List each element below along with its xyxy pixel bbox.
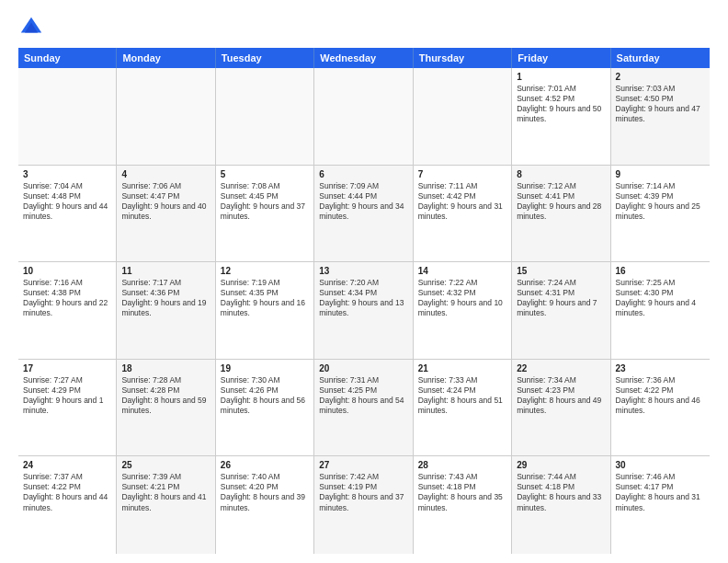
day-info-10: Sunrise: 7:16 AM Sunset: 4:38 PM Dayligh… (23, 278, 111, 318)
col-header-tuesday: Tuesday (216, 48, 314, 68)
day-number-13: 13 (319, 266, 407, 276)
day-info-27: Sunrise: 7:42 AM Sunset: 4:19 PM Dayligh… (319, 472, 407, 512)
day-info-13: Sunrise: 7:20 AM Sunset: 4:34 PM Dayligh… (319, 278, 407, 318)
day-cell-14: 14Sunrise: 7:22 AM Sunset: 4:32 PM Dayli… (414, 262, 512, 359)
day-info-22: Sunrise: 7:34 AM Sunset: 4:23 PM Dayligh… (517, 375, 605, 416)
day-cell-1: 1Sunrise: 7:01 AM Sunset: 4:52 PM Daylig… (512, 68, 610, 165)
day-info-3: Sunrise: 7:04 AM Sunset: 4:48 PM Dayligh… (23, 181, 111, 222)
day-cell-10: 10Sunrise: 7:16 AM Sunset: 4:38 PM Dayli… (18, 262, 117, 359)
calendar-header: SundayMondayTuesdayWednesdayThursdayFrid… (18, 48, 710, 68)
day-info-18: Sunrise: 7:28 AM Sunset: 4:28 PM Dayligh… (121, 375, 210, 416)
day-info-29: Sunrise: 7:44 AM Sunset: 4:18 PM Dayligh… (517, 472, 605, 512)
day-number-2: 2 (616, 72, 705, 82)
day-info-6: Sunrise: 7:09 AM Sunset: 4:44 PM Dayligh… (319, 181, 407, 222)
day-number-9: 9 (616, 169, 705, 179)
day-cell-17: 17Sunrise: 7:27 AM Sunset: 4:29 PM Dayli… (18, 360, 117, 456)
day-cell-21: 21Sunrise: 7:33 AM Sunset: 4:24 PM Dayli… (414, 360, 512, 456)
day-info-20: Sunrise: 7:31 AM Sunset: 4:25 PM Dayligh… (319, 375, 407, 416)
day-cell-29: 29Sunrise: 7:44 AM Sunset: 4:18 PM Dayli… (512, 456, 610, 554)
day-number-7: 7 (418, 169, 506, 179)
day-cell-4: 4Sunrise: 7:06 AM Sunset: 4:47 PM Daylig… (117, 166, 215, 262)
day-number-29: 29 (517, 460, 605, 470)
day-info-24: Sunrise: 7:37 AM Sunset: 4:22 PM Dayligh… (23, 472, 111, 512)
day-number-26: 26 (221, 460, 309, 470)
day-cell-13: 13Sunrise: 7:20 AM Sunset: 4:34 PM Dayli… (314, 262, 413, 359)
day-number-6: 6 (319, 169, 407, 179)
day-cell-2: 2Sunrise: 7:03 AM Sunset: 4:50 PM Daylig… (611, 68, 710, 165)
week-row-2: 3Sunrise: 7:04 AM Sunset: 4:48 PM Daylig… (18, 166, 710, 263)
day-info-23: Sunrise: 7:36 AM Sunset: 4:22 PM Dayligh… (616, 375, 705, 416)
day-cell-23: 23Sunrise: 7:36 AM Sunset: 4:22 PM Dayli… (611, 360, 710, 456)
day-number-21: 21 (418, 363, 506, 373)
day-info-14: Sunrise: 7:22 AM Sunset: 4:32 PM Dayligh… (418, 278, 506, 318)
logo-icon (18, 15, 44, 40)
day-cell-9: 9Sunrise: 7:14 AM Sunset: 4:39 PM Daylig… (611, 166, 710, 262)
col-header-sunday: Sunday (18, 48, 117, 68)
day-cell-19: 19Sunrise: 7:30 AM Sunset: 4:26 PM Dayli… (216, 360, 314, 456)
day-number-14: 14 (418, 266, 506, 276)
day-cell-8: 8Sunrise: 7:12 AM Sunset: 4:41 PM Daylig… (512, 166, 610, 262)
day-cell-5: 5Sunrise: 7:08 AM Sunset: 4:45 PM Daylig… (216, 166, 314, 262)
col-header-friday: Friday (512, 48, 610, 68)
day-info-2: Sunrise: 7:03 AM Sunset: 4:50 PM Dayligh… (616, 84, 705, 124)
week-row-3: 10Sunrise: 7:16 AM Sunset: 4:38 PM Dayli… (18, 262, 710, 360)
day-number-18: 18 (121, 363, 210, 373)
day-info-5: Sunrise: 7:08 AM Sunset: 4:45 PM Dayligh… (221, 181, 309, 222)
day-number-17: 17 (23, 363, 111, 373)
empty-cell-0-4 (414, 68, 512, 165)
day-cell-3: 3Sunrise: 7:04 AM Sunset: 4:48 PM Daylig… (18, 166, 117, 262)
day-cell-27: 27Sunrise: 7:42 AM Sunset: 4:19 PM Dayli… (314, 456, 413, 554)
day-number-4: 4 (121, 169, 210, 179)
day-info-21: Sunrise: 7:33 AM Sunset: 4:24 PM Dayligh… (418, 375, 506, 416)
col-header-wednesday: Wednesday (314, 48, 413, 68)
col-header-thursday: Thursday (414, 48, 512, 68)
day-number-12: 12 (221, 266, 309, 276)
day-number-10: 10 (23, 266, 111, 276)
day-info-26: Sunrise: 7:40 AM Sunset: 4:20 PM Dayligh… (221, 472, 309, 512)
day-cell-22: 22Sunrise: 7:34 AM Sunset: 4:23 PM Dayli… (512, 360, 610, 456)
day-info-30: Sunrise: 7:46 AM Sunset: 4:17 PM Dayligh… (616, 472, 705, 512)
day-info-1: Sunrise: 7:01 AM Sunset: 4:52 PM Dayligh… (517, 84, 605, 124)
empty-cell-0-3 (314, 68, 413, 165)
day-cell-28: 28Sunrise: 7:43 AM Sunset: 4:18 PM Dayli… (414, 456, 512, 554)
day-number-20: 20 (319, 363, 407, 373)
day-cell-18: 18Sunrise: 7:28 AM Sunset: 4:28 PM Dayli… (117, 360, 215, 456)
day-number-3: 3 (23, 169, 111, 179)
day-number-22: 22 (517, 363, 605, 373)
week-row-5: 24Sunrise: 7:37 AM Sunset: 4:22 PM Dayli… (18, 456, 710, 554)
day-info-8: Sunrise: 7:12 AM Sunset: 4:41 PM Dayligh… (517, 181, 605, 222)
day-info-4: Sunrise: 7:06 AM Sunset: 4:47 PM Dayligh… (121, 181, 210, 222)
day-number-8: 8 (517, 169, 605, 179)
day-number-16: 16 (616, 266, 705, 276)
day-number-23: 23 (616, 363, 705, 373)
day-number-15: 15 (517, 266, 605, 276)
day-info-25: Sunrise: 7:39 AM Sunset: 4:21 PM Dayligh… (121, 472, 210, 512)
day-cell-24: 24Sunrise: 7:37 AM Sunset: 4:22 PM Dayli… (18, 456, 117, 554)
day-cell-20: 20Sunrise: 7:31 AM Sunset: 4:25 PM Dayli… (314, 360, 413, 456)
day-number-5: 5 (221, 169, 309, 179)
day-number-30: 30 (616, 460, 705, 470)
day-info-9: Sunrise: 7:14 AM Sunset: 4:39 PM Dayligh… (616, 181, 705, 222)
week-row-4: 17Sunrise: 7:27 AM Sunset: 4:29 PM Dayli… (18, 360, 710, 457)
calendar: SundayMondayTuesdayWednesdayThursdayFrid… (18, 48, 710, 554)
day-info-16: Sunrise: 7:25 AM Sunset: 4:30 PM Dayligh… (616, 278, 705, 318)
empty-cell-0-1 (117, 68, 215, 165)
day-cell-11: 11Sunrise: 7:17 AM Sunset: 4:36 PM Dayli… (117, 262, 215, 359)
day-number-19: 19 (221, 363, 309, 373)
day-info-7: Sunrise: 7:11 AM Sunset: 4:42 PM Dayligh… (418, 181, 506, 222)
col-header-monday: Monday (117, 48, 215, 68)
day-info-19: Sunrise: 7:30 AM Sunset: 4:26 PM Dayligh… (221, 375, 309, 416)
day-cell-15: 15Sunrise: 7:24 AM Sunset: 4:31 PM Dayli… (512, 262, 610, 359)
day-number-27: 27 (319, 460, 407, 470)
day-cell-7: 7Sunrise: 7:11 AM Sunset: 4:42 PM Daylig… (414, 166, 512, 262)
day-info-12: Sunrise: 7:19 AM Sunset: 4:35 PM Dayligh… (221, 278, 309, 318)
day-cell-6: 6Sunrise: 7:09 AM Sunset: 4:44 PM Daylig… (314, 166, 413, 262)
day-info-17: Sunrise: 7:27 AM Sunset: 4:29 PM Dayligh… (23, 375, 111, 416)
day-cell-12: 12Sunrise: 7:19 AM Sunset: 4:35 PM Dayli… (216, 262, 314, 359)
day-info-15: Sunrise: 7:24 AM Sunset: 4:31 PM Dayligh… (517, 278, 605, 318)
col-header-saturday: Saturday (611, 48, 710, 68)
day-number-1: 1 (517, 72, 605, 82)
day-number-24: 24 (23, 460, 111, 470)
header (18, 15, 710, 40)
logo (18, 15, 48, 40)
